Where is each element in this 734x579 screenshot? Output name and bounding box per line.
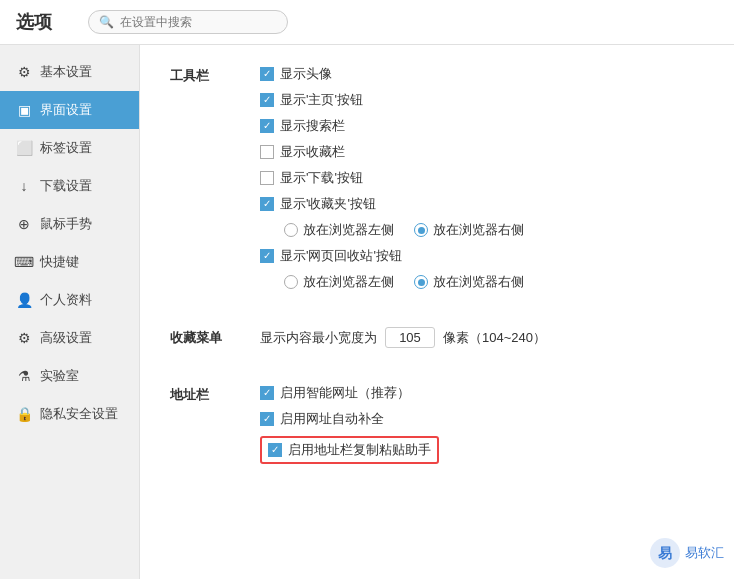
recycle-right-radio-btn[interactable] xyxy=(414,275,428,289)
auto-complete-row: 启用网址自动补全 xyxy=(260,410,704,428)
favorites-left-radio[interactable]: 放在浏览器左侧 xyxy=(284,221,394,239)
sidebar-item-shortcut-label: 快捷键 xyxy=(40,253,79,271)
favorites-width-prefix: 显示内容最小宽度为 xyxy=(260,329,377,347)
advanced-settings-icon: ⚙ xyxy=(16,330,32,346)
lab-settings-icon: ⚗ xyxy=(16,368,32,384)
sidebar-item-lab-label: 实验室 xyxy=(40,367,79,385)
recycle-position-row: 放在浏览器左侧 放在浏览器右侧 xyxy=(284,273,704,291)
smart-url-label: 启用智能网址（推荐） xyxy=(280,384,410,402)
sidebar-item-mouse-label: 鼠标手势 xyxy=(40,215,92,233)
sidebar-item-shortcut[interactable]: ⌨ 快捷键 xyxy=(0,243,139,281)
smart-url-row: 启用智能网址（推荐） xyxy=(260,384,704,402)
mouse-settings-icon: ⊕ xyxy=(16,216,32,232)
show-avatar-checkbox[interactable] xyxy=(260,67,274,81)
addressbar-options: 启用智能网址（推荐） 启用网址自动补全 启用地址栏复制粘贴助手 xyxy=(260,384,704,472)
tab-settings-icon: ⬜ xyxy=(16,140,32,156)
show-recycle-label: 显示'网页回收站'按钮 xyxy=(280,247,402,265)
privacy-settings-icon: 🔒 xyxy=(16,406,32,422)
toolbar-section: 工具栏 显示头像 显示'主页'按钮 显示搜索栏 xyxy=(170,65,704,299)
favorites-position-row: 放在浏览器左侧 放在浏览器右侧 xyxy=(284,221,704,239)
sidebar-item-download-label: 下载设置 xyxy=(40,177,92,195)
favorites-left-label: 放在浏览器左侧 xyxy=(303,221,394,239)
sidebar-item-basic-label: 基本设置 xyxy=(40,63,92,81)
toolbar-options: 显示头像 显示'主页'按钮 显示搜索栏 显示收藏栏 xyxy=(260,65,704,299)
sidebar-item-lab[interactable]: ⚗ 实验室 xyxy=(0,357,139,395)
ui-settings-icon: ▣ xyxy=(16,102,32,118)
addressbar-section: 地址栏 启用智能网址（推荐） 启用网址自动补全 启用地址栏复制粘贴助手 xyxy=(170,384,704,472)
show-download-btn-label: 显示'下载'按钮 xyxy=(280,169,363,187)
sidebar-item-profile[interactable]: 👤 个人资料 xyxy=(0,281,139,319)
favorites-menu-content: 显示内容最小宽度为 像素（104~240） xyxy=(260,327,704,356)
show-favorites-btn-row: 显示'收藏夹'按钮 xyxy=(260,195,704,213)
sidebar-item-profile-label: 个人资料 xyxy=(40,291,92,309)
favorites-right-label: 放在浏览器右侧 xyxy=(433,221,524,239)
show-search-row: 显示搜索栏 xyxy=(260,117,704,135)
favorites-width-suffix: 像素（104~240） xyxy=(443,329,546,347)
show-download-btn-row: 显示'下载'按钮 xyxy=(260,169,704,187)
watermark: 易 易软汇 xyxy=(649,537,724,569)
profile-settings-icon: 👤 xyxy=(16,292,32,308)
recycle-left-radio[interactable]: 放在浏览器左侧 xyxy=(284,273,394,291)
toolbar-section-label: 工具栏 xyxy=(170,65,240,299)
show-recycle-checkbox[interactable] xyxy=(260,249,274,263)
copy-paste-row: 启用地址栏复制粘贴助手 xyxy=(260,436,439,464)
sidebar-item-advanced[interactable]: ⚙ 高级设置 xyxy=(0,319,139,357)
favorites-right-radio-btn[interactable] xyxy=(414,223,428,237)
smart-url-checkbox[interactable] xyxy=(260,386,274,400)
show-home-checkbox[interactable] xyxy=(260,93,274,107)
sidebar-item-tab[interactable]: ⬜ 标签设置 xyxy=(0,129,139,167)
recycle-right-label: 放在浏览器右侧 xyxy=(433,273,524,291)
show-favorites-btn-checkbox[interactable] xyxy=(260,197,274,211)
favorites-width-row: 显示内容最小宽度为 像素（104~240） xyxy=(260,327,704,348)
sidebar-item-advanced-label: 高级设置 xyxy=(40,329,92,347)
download-settings-icon: ↓ xyxy=(16,178,32,194)
search-icon: 🔍 xyxy=(99,15,114,29)
page-title: 选项 xyxy=(16,10,76,34)
show-avatar-row: 显示头像 xyxy=(260,65,704,83)
content-area: 工具栏 显示头像 显示'主页'按钮 显示搜索栏 xyxy=(140,45,734,579)
show-home-label: 显示'主页'按钮 xyxy=(280,91,363,109)
sidebar-item-ui-label: 界面设置 xyxy=(40,101,92,119)
show-home-row: 显示'主页'按钮 xyxy=(260,91,704,109)
sidebar: ⚙ 基本设置 ▣ 界面设置 ⬜ 标签设置 ↓ 下载设置 ⊕ 鼠标手势 ⌨ 快捷键… xyxy=(0,45,140,579)
show-search-label: 显示搜索栏 xyxy=(280,117,345,135)
sidebar-item-privacy[interactable]: 🔒 隐私安全设置 xyxy=(0,395,139,433)
show-download-btn-checkbox[interactable] xyxy=(260,171,274,185)
auto-complete-checkbox[interactable] xyxy=(260,412,274,426)
show-favorites-btn-label: 显示'收藏夹'按钮 xyxy=(280,195,376,213)
search-box[interactable]: 🔍 xyxy=(88,10,288,34)
show-favorites-bar-row: 显示收藏栏 xyxy=(260,143,704,161)
sidebar-item-basic[interactable]: ⚙ 基本设置 xyxy=(0,53,139,91)
watermark-text: 易软汇 xyxy=(685,544,724,562)
search-input[interactable] xyxy=(120,15,277,29)
sidebar-item-download[interactable]: ↓ 下载设置 xyxy=(0,167,139,205)
sidebar-item-mouse[interactable]: ⊕ 鼠标手势 xyxy=(0,205,139,243)
sidebar-item-tab-label: 标签设置 xyxy=(40,139,92,157)
sidebar-item-ui[interactable]: ▣ 界面设置 xyxy=(0,91,139,129)
main-layout: ⚙ 基本设置 ▣ 界面设置 ⬜ 标签设置 ↓ 下载设置 ⊕ 鼠标手势 ⌨ 快捷键… xyxy=(0,45,734,579)
header: 选项 🔍 xyxy=(0,0,734,45)
show-favorites-bar-label: 显示收藏栏 xyxy=(280,143,345,161)
sidebar-item-privacy-label: 隐私安全设置 xyxy=(40,405,118,423)
show-avatar-label: 显示头像 xyxy=(280,65,332,83)
copy-paste-checkbox[interactable] xyxy=(268,443,282,457)
favorites-menu-section: 收藏菜单 显示内容最小宽度为 像素（104~240） xyxy=(170,327,704,356)
auto-complete-label: 启用网址自动补全 xyxy=(280,410,384,428)
watermark-logo-icon: 易 xyxy=(649,537,681,569)
favorites-right-radio[interactable]: 放在浏览器右侧 xyxy=(414,221,524,239)
show-recycle-row: 显示'网页回收站'按钮 xyxy=(260,247,704,265)
recycle-left-label: 放在浏览器左侧 xyxy=(303,273,394,291)
show-search-checkbox[interactable] xyxy=(260,119,274,133)
svg-text:易: 易 xyxy=(658,545,672,561)
favorites-width-input[interactable] xyxy=(385,327,435,348)
favorites-menu-label: 收藏菜单 xyxy=(170,327,240,356)
addressbar-section-label: 地址栏 xyxy=(170,384,240,472)
show-favorites-bar-checkbox[interactable] xyxy=(260,145,274,159)
recycle-right-radio[interactable]: 放在浏览器右侧 xyxy=(414,273,524,291)
recycle-left-radio-btn[interactable] xyxy=(284,275,298,289)
shortcut-settings-icon: ⌨ xyxy=(16,254,32,270)
copy-paste-label: 启用地址栏复制粘贴助手 xyxy=(288,441,431,459)
basic-settings-icon: ⚙ xyxy=(16,64,32,80)
favorites-left-radio-btn[interactable] xyxy=(284,223,298,237)
